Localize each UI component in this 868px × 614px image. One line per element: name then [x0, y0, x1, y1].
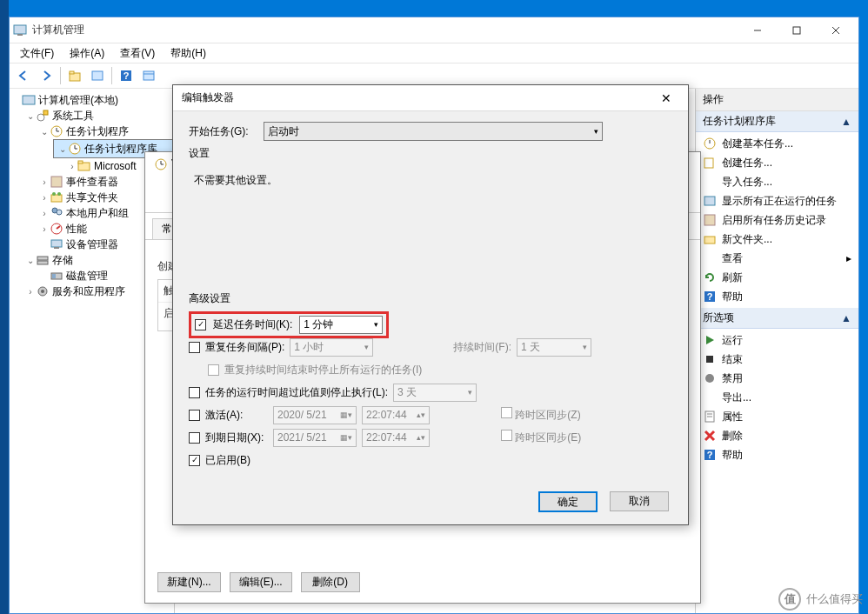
window-title: 计算机管理 — [32, 23, 738, 37]
edit-trigger-dialog: 编辑触发器 ✕ 开始任务(G): 启动时▾ 设置 不需要其他设置。 高级设置 延… — [172, 84, 689, 525]
tree-tasksched[interactable]: ⌄任务计划程序 — [39, 123, 174, 139]
svg-rect-15 — [43, 110, 48, 115]
actions-header: 操作 — [696, 89, 858, 111]
actions-panel: 操作 任务计划程序库▲ 创建基本任务... 创建任务... 导入任务... 显示… — [695, 89, 858, 613]
stop-over-select: 3 天▾ — [393, 384, 477, 402]
stop-over-label: 任务的运行时间超过此值则停止执行(L): — [205, 385, 388, 400]
stop-running-label: 重复持续时间结束时停止所有运行的任务(I) — [224, 363, 422, 377]
minimize-button[interactable] — [738, 17, 777, 43]
delete-button[interactable]: 删除(D) — [301, 572, 360, 592]
expire-time-input: 22:07:44▴▾ — [362, 429, 430, 447]
enabled-checkbox[interactable] — [189, 455, 200, 466]
calendar-icon: ▦▾ — [335, 410, 352, 419]
chevron-down-icon: ▾ — [463, 388, 472, 397]
collapse-icon[interactable]: ▲ — [841, 116, 851, 128]
svg-rect-23 — [78, 161, 83, 164]
dialog-title: 编辑触发器 — [182, 90, 653, 105]
svg-rect-7 — [70, 71, 74, 74]
repeat-label: 重复任务间隔(P): — [205, 340, 284, 355]
svg-point-27 — [57, 192, 61, 196]
svg-point-29 — [57, 210, 62, 215]
action-export[interactable]: 导出... — [696, 388, 858, 407]
tz-z-checkbox — [501, 407, 512, 418]
actions-section-library[interactable]: 任务计划程序库▲ — [696, 111, 858, 132]
menu-action[interactable]: 操作(A) — [63, 44, 111, 63]
watermark-icon: 值 — [778, 588, 801, 611]
action-refresh[interactable]: 刷新 — [696, 268, 858, 287]
action-enable-history[interactable]: 启用所有任务历史记录 — [696, 210, 858, 230]
action-help[interactable]: ?帮助 — [696, 287, 858, 306]
svg-rect-3 — [793, 27, 800, 34]
action-run[interactable]: 运行 — [696, 330, 858, 350]
action-end[interactable]: 结束 — [696, 350, 858, 369]
svg-point-39 — [41, 290, 44, 293]
extra-button[interactable] — [138, 65, 159, 86]
action-create-basic[interactable]: 创建基本任务... — [696, 134, 858, 153]
calendar-icon: ▦▾ — [335, 433, 352, 442]
expire-checkbox[interactable] — [189, 432, 200, 444]
stop-over-checkbox[interactable] — [189, 387, 200, 398]
expire-label: 到期日期(X): — [205, 430, 268, 445]
svg-rect-48 — [704, 237, 715, 244]
delay-checkbox[interactable] — [195, 319, 206, 330]
enabled-label: 已启用(B) — [205, 453, 250, 468]
watermark: 值 什么值得买 — [778, 588, 863, 611]
maximize-button[interactable] — [777, 17, 816, 43]
activate-checkbox[interactable] — [189, 410, 200, 421]
titlebar: 计算机管理 — [10, 17, 858, 43]
action-delete[interactable]: 删除 — [696, 426, 858, 445]
chevron-down-icon: ▾ — [578, 343, 587, 351]
dialog-close-button[interactable]: ✕ — [653, 91, 679, 105]
edit-button[interactable]: 编辑(E)... — [230, 572, 292, 592]
svg-rect-32 — [51, 240, 62, 247]
chevron-right-icon: ▸ — [846, 252, 851, 264]
activate-label: 激活(A): — [205, 408, 268, 423]
action-properties[interactable]: 属性 — [696, 407, 858, 426]
ok-button[interactable]: 确定 — [538, 491, 598, 512]
svg-rect-24 — [51, 177, 62, 187]
delay-select[interactable]: 1 分钟▾ — [299, 316, 383, 334]
spinner-icon: ▴▾ — [411, 410, 425, 419]
svg-rect-51 — [706, 356, 713, 363]
activate-date-input: 2020/ 5/21▦▾ — [273, 406, 357, 424]
action-view[interactable]: 查看▸ — [696, 249, 858, 268]
back-button[interactable] — [13, 65, 34, 86]
chevron-down-icon: ▾ — [359, 343, 369, 351]
close-button[interactable] — [816, 17, 855, 43]
svg-rect-33 — [54, 247, 59, 249]
advanced-label: 高级设置 — [189, 291, 672, 306]
start-task-select[interactable]: 启动时▾ — [264, 122, 603, 141]
action-help2[interactable]: ?帮助 — [696, 445, 858, 464]
svg-rect-47 — [704, 215, 715, 225]
action-disable[interactable]: 禁用 — [696, 369, 858, 388]
duration-label: 持续时间(F): — [453, 340, 511, 355]
menu-view[interactable]: 查看(V) — [113, 44, 162, 63]
chevron-down-icon: ▾ — [369, 320, 378, 329]
svg-rect-34 — [37, 257, 48, 260]
collapse-icon[interactable]: ▲ — [841, 312, 851, 324]
actions-section-selected[interactable]: 所选项▲ — [696, 308, 858, 329]
expire-date-input: 2021/ 5/21▦▾ — [273, 429, 357, 447]
help-button[interactable]: ? — [116, 65, 137, 86]
svg-rect-0 — [14, 25, 26, 34]
tree-root[interactable]: 计算机管理(本地) — [11, 92, 174, 108]
cancel-button[interactable]: 取消 — [610, 491, 669, 511]
action-show-running[interactable]: 显示所有正在运行的任务 — [696, 191, 858, 210]
svg-point-26 — [52, 192, 56, 196]
menu-help[interactable]: 帮助(H) — [164, 44, 213, 63]
action-import[interactable]: 导入任务... — [696, 172, 858, 191]
no-other-settings: 不需要其他设置。 — [194, 174, 277, 186]
menu-file[interactable]: 文件(F) — [13, 44, 61, 63]
view-button[interactable] — [87, 65, 108, 86]
svg-rect-35 — [37, 261, 48, 264]
action-create-task[interactable]: 创建任务... — [696, 153, 858, 172]
action-new-folder[interactable]: 新文件夹... — [696, 230, 858, 249]
new-button[interactable]: 新建(N)... — [157, 572, 221, 592]
delay-label: 延迟任务时间(K): — [213, 317, 292, 332]
activate-time-input: 22:07:44▴▾ — [362, 406, 430, 424]
repeat-checkbox[interactable] — [189, 342, 200, 353]
tree-systools[interactable]: ⌄系统工具 — [25, 108, 174, 123]
start-task-label: 开始任务(G): — [189, 124, 257, 139]
up-button[interactable] — [64, 65, 85, 86]
forward-button[interactable] — [36, 65, 57, 86]
